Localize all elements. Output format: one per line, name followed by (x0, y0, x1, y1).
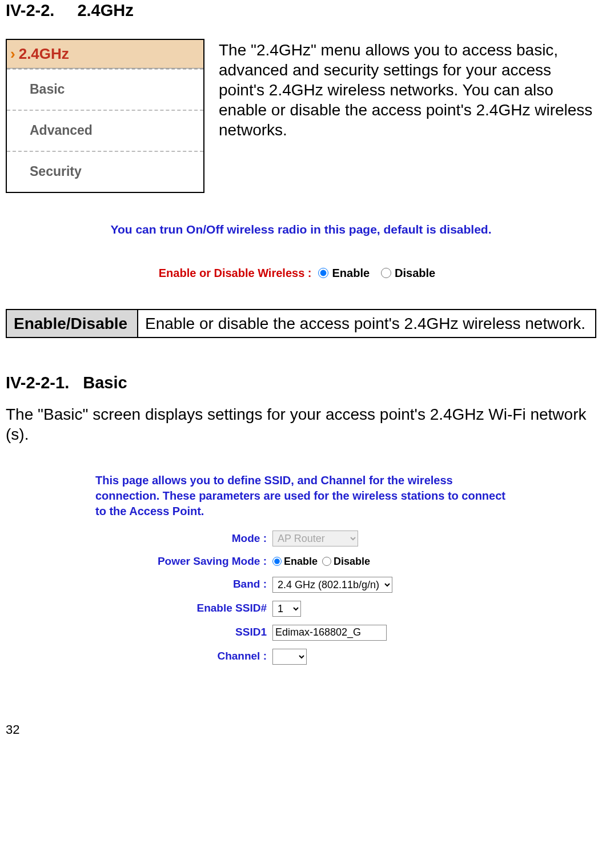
chevron-right-icon: › (10, 45, 15, 64)
nav-item-security[interactable]: Security (7, 151, 203, 192)
form-row-essid: Enable SSID# 1 (95, 601, 507, 617)
ssid1-label: SSID1 (95, 625, 272, 640)
basic-form-screenshot: This page allows you to define SSID, and… (95, 473, 507, 665)
table-row: Enable/Disable Enable or disable the acc… (6, 310, 596, 337)
hint-text: You can trun On/Off wireless radio in th… (6, 222, 596, 237)
psm-radio-group: Enable Disable (272, 555, 370, 568)
form-row-psm: Power Saving Mode : Enable Disable (95, 554, 507, 569)
subsection-number: IV-2-2-1. (6, 373, 69, 392)
radio-enable-label: Enable (332, 266, 370, 280)
nav-header-label: 2.4GHz (19, 45, 69, 64)
band-select[interactable]: 2.4 GHz (802.11b/g/n) (272, 577, 392, 593)
radio-enable[interactable] (318, 268, 328, 278)
radio-disable[interactable] (381, 268, 391, 278)
subsection-paragraph: The "Basic" screen displays settings for… (6, 404, 596, 444)
essid-select[interactable]: 1 (272, 601, 301, 617)
enable-disable-label: Enable or Disable Wireless : (159, 266, 312, 280)
section-title: 2.4GHz (77, 1, 133, 19)
subsection-title: Basic (83, 373, 127, 392)
psm-enable-label: Enable (284, 555, 318, 568)
psm-label: Power Saving Mode : (95, 554, 272, 569)
intro-paragraph: The "2.4GHz" menu allows you to access b… (219, 39, 596, 193)
psm-disable-radio[interactable] (322, 557, 331, 566)
essid-label: Enable SSID# (95, 601, 272, 616)
mode-label: Mode : (95, 532, 272, 546)
form-row-band: Band : 2.4 GHz (802.11b/g/n) (95, 577, 507, 593)
mode-select: AP Router (272, 531, 358, 546)
section-heading-2: IV-2-2-1.Basic (6, 372, 596, 394)
form-row-mode: Mode : AP Router (95, 531, 507, 546)
form-row-channel: Channel : (95, 649, 507, 665)
section-heading-1: IV-2-2.2.4GHz (6, 0, 596, 22)
enable-disable-control: Enable or Disable Wireless : Enable Disa… (6, 266, 596, 280)
ssid1-input[interactable] (272, 625, 387, 641)
table-data-cell: Enable or disable the access point's 2.4… (138, 310, 596, 337)
radio-disable-label: Disable (395, 266, 435, 280)
section-number: IV-2-2. (6, 1, 54, 19)
nav-header[interactable]: › 2.4GHz (7, 40, 203, 69)
channel-select[interactable] (272, 649, 307, 665)
nav-screenshot: › 2.4GHz Basic Advanced Security (6, 39, 204, 193)
table-header-cell: Enable/Disable (6, 310, 138, 337)
enable-disable-table: Enable/Disable Enable or disable the acc… (6, 309, 596, 338)
form-intro-text: This page allows you to define SSID, and… (95, 473, 507, 519)
channel-label: Channel : (95, 649, 272, 664)
intro-row: › 2.4GHz Basic Advanced Security The "2.… (6, 39, 596, 193)
page-number: 32 (6, 722, 596, 738)
psm-disable-label: Disable (334, 555, 370, 568)
form-row-ssid1: SSID1 (95, 625, 507, 641)
band-label: Band : (95, 577, 272, 592)
nav-item-advanced[interactable]: Advanced (7, 110, 203, 151)
psm-enable-radio[interactable] (272, 557, 282, 566)
nav-item-basic[interactable]: Basic (7, 69, 203, 110)
